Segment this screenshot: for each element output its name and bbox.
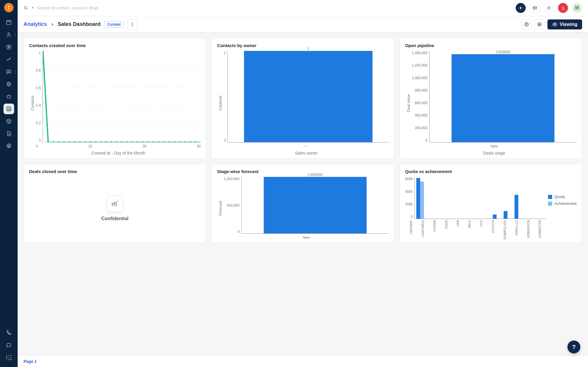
grouped-bar-plot (415, 177, 546, 219)
svg-point-8 (8, 145, 10, 147)
nav-calendar[interactable] (4, 17, 14, 28)
help-fab[interactable]: ? (567, 341, 580, 353)
y-axis-label: Deal value (405, 51, 412, 155)
x-ticks: --- (224, 142, 388, 148)
x-ticks: JANUARYFEBRUARYMARCHAPRILMAYJUNEJULYAUGU… (405, 219, 546, 240)
viewing-button[interactable]: Viewing (547, 19, 582, 29)
empty-text: Confidential (101, 216, 128, 221)
card-title: Stage-wise forecast (217, 169, 388, 174)
person-down-icon (6, 5, 11, 10)
svg-point-27 (89, 141, 92, 142)
global-search-input[interactable] (37, 6, 131, 10)
svg-point-24 (73, 141, 76, 142)
freddy-button[interactable] (544, 3, 554, 13)
y-ticks: 1,000,000500,0000 (224, 177, 241, 234)
speech-icon (6, 342, 12, 348)
card-title: Open pipeline (405, 43, 577, 48)
nav-settings[interactable] (4, 141, 14, 151)
notifications-button[interactable]: 1 (558, 3, 568, 13)
more-dots-icon[interactable]: ⋮ (14, 70, 17, 74)
svg-point-20 (52, 141, 55, 142)
svg-point-5 (8, 83, 10, 85)
card-title: Contacts created over time (29, 43, 201, 48)
user-avatar[interactable]: M (572, 3, 582, 13)
legend-achievement: Achievement (554, 201, 577, 206)
nav-products[interactable] (4, 116, 14, 127)
top-bar: 1 M (18, 0, 588, 16)
bar-plot: 1350000 (241, 177, 389, 234)
chat-icon (6, 69, 12, 75)
svg-point-23 (68, 141, 71, 142)
nav-apps[interactable] (4, 352, 14, 363)
svg-rect-1 (7, 21, 11, 24)
x-axis-label: Created at - Day of the Month (36, 148, 201, 155)
y-ticks: 10 (224, 51, 228, 142)
x-axis-label: Sales owner (224, 148, 388, 155)
svg-point-25 (78, 141, 81, 142)
breadcrumb-parent[interactable]: Analytics (24, 21, 47, 27)
add-button[interactable] (516, 3, 526, 13)
svg-point-33 (120, 141, 123, 142)
nav-contacts[interactable]: ⋮ (4, 29, 14, 40)
y-ticks: 10.80.60.40.20 (36, 51, 43, 142)
svg-point-30 (105, 141, 108, 142)
svg-point-32 (115, 141, 118, 142)
chevron-down-icon[interactable] (31, 6, 34, 9)
nav-support-chat[interactable] (4, 340, 14, 351)
card-contacts-over-time: Contacts created over time Contacts 10.8… (24, 38, 206, 159)
notification-count: 1 (562, 6, 564, 10)
svg-point-21 (57, 141, 60, 142)
card-open-pipeline: Open pipeline Deal value 1,400,0001,200,… (400, 38, 582, 159)
page-tab[interactable]: Page 1 (24, 359, 37, 364)
phone-icon (6, 330, 12, 336)
svg-point-9 (24, 6, 27, 9)
dollar-icon (6, 44, 12, 50)
card-title: Quota vs achievement (405, 169, 577, 174)
more-options-button[interactable] (127, 19, 137, 29)
svg-point-40 (157, 141, 160, 142)
bar-plot: 1 (228, 51, 389, 142)
card-title: Contacts by owner (217, 43, 388, 48)
plus-icon (519, 6, 523, 10)
y-axis-label: Contacts (217, 51, 224, 155)
breadcrumb-current: Sales Dashboard (58, 21, 101, 27)
card-title: Deals closed over time (29, 169, 201, 174)
mail-icon (532, 6, 537, 10)
y-axis-label: Contacts (29, 51, 36, 155)
nav-bot[interactable] (4, 91, 14, 102)
present-button[interactable] (534, 19, 544, 29)
nav-documents[interactable] (4, 128, 14, 139)
line-plot (43, 51, 201, 142)
document-icon (6, 131, 12, 137)
nav-reports[interactable] (4, 54, 14, 65)
svg-point-37 (141, 141, 144, 142)
mail-button[interactable] (530, 3, 540, 13)
left-nav: ⋮ ⋮ (0, 0, 18, 367)
search-icon[interactable] (24, 6, 28, 10)
app-logo[interactable] (4, 3, 14, 12)
play-square-icon (537, 22, 542, 27)
export-button[interactable] (522, 19, 532, 29)
svg-point-4 (7, 82, 11, 86)
svg-point-17 (554, 24, 556, 25)
nav-analytics[interactable] (4, 104, 14, 114)
target-icon (6, 81, 12, 87)
nav-goals[interactable] (4, 79, 14, 89)
apps-grid-icon (6, 355, 11, 360)
x-ticks: 0102030 (36, 142, 201, 148)
svg-point-44 (178, 141, 181, 142)
nav-deals[interactable] (4, 42, 14, 52)
svg-point-38 (147, 141, 150, 142)
svg-rect-11 (548, 7, 550, 9)
nav-phone[interactable] (4, 328, 14, 338)
svg-point-39 (152, 141, 155, 142)
more-dots-icon[interactable]: ⋮ (14, 33, 17, 37)
nav-chat[interactable]: ⋮ (4, 67, 14, 77)
card-quota-vs-achievement: Quota vs achievement 600k400k200k0 JANUA… (400, 164, 582, 243)
upload-circle-icon (524, 22, 529, 27)
breadcrumb-bar: Analytics Sales Dashboard Curated Viewin… (18, 16, 588, 33)
svg-point-14 (132, 25, 133, 26)
svg-point-26 (83, 141, 86, 142)
viewing-label: Viewing (560, 22, 577, 27)
svg-point-31 (110, 141, 113, 142)
